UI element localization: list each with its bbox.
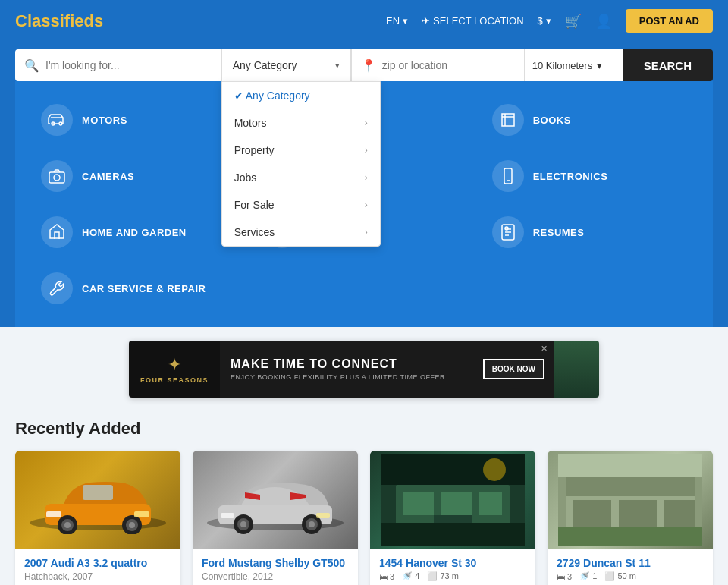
recently-added-section: Recently Added 2007 Audi A3 3.2 quattro … (0, 411, 728, 585)
listings-grid: 2007 Audi A3 3.2 quattro Hatchback, 2007… (15, 451, 713, 585)
category-cameras[interactable]: CAMERAS (30, 153, 246, 200)
lang-selector[interactable]: EN ▾ (386, 15, 408, 27)
svg-point-11 (505, 227, 508, 230)
svg-point-19 (129, 522, 135, 528)
car-service-label: CAR SERVICE & REPAIR (82, 283, 206, 294)
listing-sub-audi: Hatchback, 2007 (24, 571, 171, 582)
search-input[interactable] (46, 59, 212, 71)
svg-rect-8 (504, 168, 512, 184)
recently-added-title: Recently Added (15, 419, 713, 439)
location-input-wrap: 📍 (350, 49, 524, 81)
listing-card-hanover[interactable]: 1454 Hanover St 30 🛏 3 🚿 4 ⬜ 73 m Sale $… (370, 451, 535, 585)
listing-card-mustang[interactable]: Ford Mustang Shelby GT500 Convertible, 2… (193, 451, 358, 585)
dropdown-item-jobs[interactable]: Jobs › (222, 164, 380, 191)
post-ad-button[interactable]: POST AN AD (626, 9, 713, 33)
listing-info-duncan: 2729 Duncan St 11 🛏 3 🚿 1 ⬜ 50 m Sale $ … (548, 549, 713, 585)
home-garden-icon (41, 216, 73, 248)
logo: Classifieds (15, 11, 103, 31)
search-area: 🔍 Any Category ▾ ✔ Any Category Motors ›… (0, 42, 728, 327)
svg-point-30 (309, 521, 315, 527)
svg-rect-35 (403, 492, 434, 515)
listing-card-duncan[interactable]: 2729 Duncan St 11 🛏 3 🚿 1 ⬜ 50 m Sale $ … (548, 451, 713, 585)
ad-book-button[interactable]: BOOK NOW (483, 359, 544, 379)
ad-brand-icon: ✦ (168, 355, 181, 375)
listing-image-mustang (193, 451, 358, 549)
category-motors[interactable]: MOTORS (30, 96, 246, 143)
svg-point-6 (54, 175, 60, 181)
listing-image-audi (15, 451, 180, 549)
location-pin-icon: 📍 (361, 58, 376, 73)
svg-rect-49 (558, 527, 702, 546)
category-select-label: Any Category (233, 59, 329, 71)
ad-image (554, 341, 599, 398)
listing-info-audi: 2007 Audi A3 3.2 quattro Hatchback, 2007… (15, 549, 180, 585)
cameras-icon (41, 160, 73, 192)
svg-rect-37 (479, 492, 502, 515)
ad-brand: ✦ FOUR SEASONS (129, 341, 220, 398)
dropdown-item-any[interactable]: ✔ Any Category (222, 82, 380, 109)
location-selector[interactable]: ✈ SELECT LOCATION (422, 15, 523, 27)
category-home-garden[interactable]: HOME AND GARDEN (30, 209, 246, 256)
svg-rect-41 (381, 523, 525, 546)
svg-rect-22 (134, 511, 149, 517)
category-dropdown-menu: ✔ Any Category Motors › Property › Jobs … (221, 81, 381, 247)
dropdown-item-services[interactable]: Services › (222, 219, 380, 246)
svg-rect-46 (619, 500, 657, 530)
search-icon: 🔍 (24, 58, 39, 73)
category-car-service[interactable]: CAR SERVICE & REPAIR (30, 265, 246, 312)
home-garden-label: HOME AND GARDEN (82, 227, 187, 238)
listing-sub-mustang: Convertible, 2012 (202, 571, 349, 582)
dropdown-item-motors[interactable]: Motors › (222, 109, 380, 137)
user-icon[interactable]: 👤 (595, 13, 612, 30)
listing-image-duncan (548, 451, 713, 549)
category-books[interactable]: BOOKS (482, 96, 698, 143)
jobs-arrow-icon: › (365, 172, 368, 183)
header-right: EN ▾ ✈ SELECT LOCATION $ ▾ 🛒 👤 POST AN A… (386, 9, 713, 33)
svg-rect-20 (83, 485, 113, 500)
svg-rect-21 (46, 511, 61, 517)
svg-point-16 (64, 522, 71, 528)
svg-point-40 (483, 458, 506, 481)
currency-selector[interactable]: $ ▾ (538, 15, 551, 27)
ad-content: MAKE TIME TO CONNECT ENJOY BOOKING FLEXI… (220, 341, 483, 398)
listing-meta-duncan: 🛏 3 🚿 1 ⬜ 50 m (557, 571, 704, 581)
listing-info-mustang: Ford Mustang Shelby GT500 Convertible, 2… (193, 549, 358, 585)
electronics-label: ELECTRONICS (533, 171, 608, 182)
dropdown-item-property[interactable]: Property › (222, 137, 380, 164)
distance-select[interactable]: 10 Kilometers ▾ (524, 49, 623, 81)
books-icon (492, 104, 524, 136)
location-input[interactable] (382, 59, 515, 71)
ad-brand-name: FOUR SEASONS (140, 376, 209, 384)
svg-rect-36 (441, 492, 472, 515)
resumes-icon (492, 216, 524, 248)
motors-label: MOTORS (82, 115, 127, 126)
resumes-label: RESUMES (533, 227, 585, 238)
svg-point-27 (240, 521, 246, 527)
dropdown-item-forsale[interactable]: For Sale › (222, 191, 380, 219)
listing-info-hanover: 1454 Hanover St 30 🛏 3 🚿 4 ⬜ 73 m Sale $… (370, 549, 535, 585)
category-select[interactable]: Any Category ▾ (221, 49, 350, 81)
car-service-icon (41, 272, 73, 304)
ad-banner: ✦ FOUR SEASONS MAKE TIME TO CONNECT ENJO… (129, 341, 599, 398)
listing-title-audi: 2007 Audi A3 3.2 quattro (24, 557, 171, 569)
svg-rect-45 (573, 500, 611, 530)
listing-title-hanover: 1454 Hanover St 30 (379, 557, 526, 569)
motors-icon (41, 104, 73, 136)
svg-rect-47 (664, 500, 695, 530)
listing-meta-hanover: 🛏 3 🚿 4 ⬜ 73 m (379, 571, 526, 581)
ad-sub: ENJOY BOOKING FLEXIBILITY PLUS A LIMITED… (231, 373, 472, 381)
listing-card-audi[interactable]: 2007 Audi A3 3.2 quattro Hatchback, 2007… (15, 451, 180, 585)
forsale-arrow-icon: › (365, 200, 368, 210)
category-electronics[interactable]: ELECTRONICS (482, 153, 698, 200)
svg-rect-44 (566, 477, 695, 496)
search-input-wrap: 🔍 (15, 49, 221, 81)
search-button[interactable]: SEARCH (623, 49, 713, 81)
motors-arrow-icon: › (365, 118, 368, 128)
listing-title-duncan: 2729 Duncan St 11 (557, 557, 704, 569)
cart-icon[interactable]: 🛒 (565, 13, 582, 30)
category-dropdown-wrap: Any Category ▾ ✔ Any Category Motors › P… (221, 49, 350, 81)
category-resumes[interactable]: RESUMES (482, 209, 698, 256)
ad-close-icon[interactable]: ✕ (541, 344, 548, 354)
header: Classifieds EN ▾ ✈ SELECT LOCATION $ ▾ 🛒… (0, 0, 728, 42)
listing-title-mustang: Ford Mustang Shelby GT500 (202, 557, 349, 569)
